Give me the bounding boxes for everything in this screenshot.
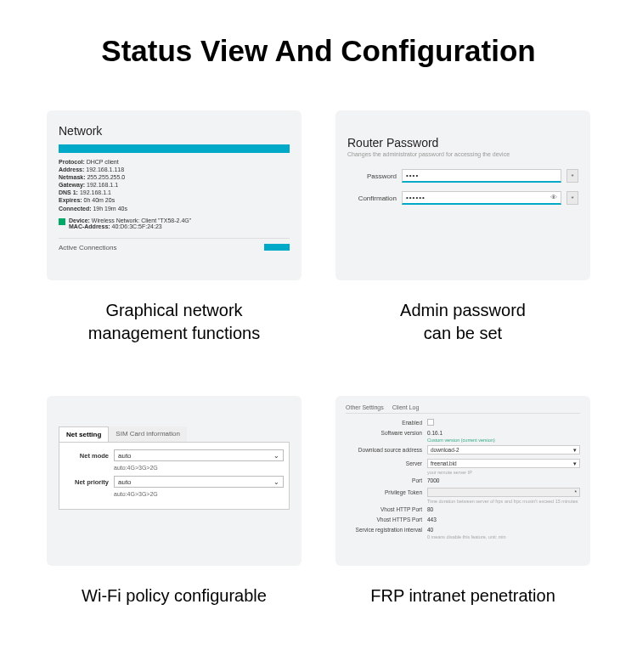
chevron-down-icon: ⌄ bbox=[273, 478, 279, 486]
chevron-down-icon: ▾ bbox=[573, 447, 577, 454]
card-network: Network Protocol: DHCP client Address: 1… bbox=[42, 110, 306, 345]
tab-client-log[interactable]: Client Log bbox=[392, 404, 420, 410]
chevron-down-icon: ▾ bbox=[573, 460, 577, 467]
password-input[interactable]: •••• bbox=[402, 169, 561, 183]
enabled-checkbox[interactable] bbox=[427, 419, 434, 426]
card-caption: FRP intranet penetration bbox=[370, 584, 555, 607]
wifi-tabs: Net setting SIM Card information bbox=[59, 426, 290, 442]
frp-thumb: Other Settings Client Log Enabled Softwa… bbox=[335, 396, 590, 566]
password-heading: Router Password bbox=[347, 136, 578, 150]
card-caption: Admin passwordcan be set bbox=[400, 299, 526, 345]
page-title: Status View And Configuration bbox=[42, 34, 595, 68]
reveal-icon: * bbox=[574, 489, 577, 495]
card-grid: Network Protocol: DHCP client Address: 1… bbox=[42, 110, 595, 607]
net-mode-select[interactable]: auto ⌄ bbox=[114, 449, 284, 461]
card-password: Router Password Changes the administrato… bbox=[331, 110, 595, 345]
eye-icon[interactable]: 👁 bbox=[550, 194, 557, 201]
card-caption: Graphical networkmanagement functions bbox=[88, 299, 260, 345]
wifi-body: Net mode auto ⌄ auto:4G>3G>2G Net priori… bbox=[59, 442, 290, 510]
password-thumb: Router Password Changes the administrato… bbox=[335, 110, 590, 280]
wifi-thumb: Net setting SIM Card information Net mod… bbox=[47, 396, 302, 566]
frp-tabs: Other Settings Client Log bbox=[346, 404, 580, 414]
tab-sim-info[interactable]: SIM Card information bbox=[109, 426, 187, 442]
confirm-row: Confirmation •••••• 👁 * bbox=[347, 191, 578, 205]
chevron-down-icon: ⌄ bbox=[273, 452, 279, 460]
password-row: Password •••• * bbox=[347, 169, 578, 183]
token-input[interactable]: * bbox=[427, 488, 580, 497]
server-select[interactable]: freenat.bid▾ bbox=[427, 459, 580, 468]
active-connections: Active Connections bbox=[59, 238, 290, 251]
password-subtitle: Changes the administrator password for a… bbox=[347, 151, 578, 157]
reveal-button[interactable]: * bbox=[567, 169, 578, 183]
net-priority-select[interactable]: auto ⌄ bbox=[114, 476, 284, 488]
card-frp: Other Settings Client Log Enabled Softwa… bbox=[331, 396, 595, 607]
network-device: Device: Wireless Network: Client "TX58-2… bbox=[59, 217, 290, 229]
network-thumb: Network Protocol: DHCP client Address: 1… bbox=[47, 110, 302, 280]
network-bar bbox=[59, 144, 290, 153]
tab-net-setting[interactable]: Net setting bbox=[59, 426, 109, 442]
card-caption: Wi-Fi policy configurable bbox=[82, 584, 267, 607]
tab-other-settings[interactable]: Other Settings bbox=[346, 404, 384, 410]
device-icon bbox=[59, 218, 65, 225]
active-bar bbox=[264, 244, 290, 251]
network-details: Protocol: DHCP client Address: 192.168.1… bbox=[59, 158, 290, 212]
network-heading: Network bbox=[59, 124, 290, 138]
confirm-input[interactable]: •••••• 👁 bbox=[402, 191, 561, 205]
dl-select[interactable]: download-2▾ bbox=[427, 445, 580, 455]
card-wifi: Net setting SIM Card information Net mod… bbox=[42, 396, 306, 607]
reveal-button[interactable]: * bbox=[567, 191, 578, 205]
